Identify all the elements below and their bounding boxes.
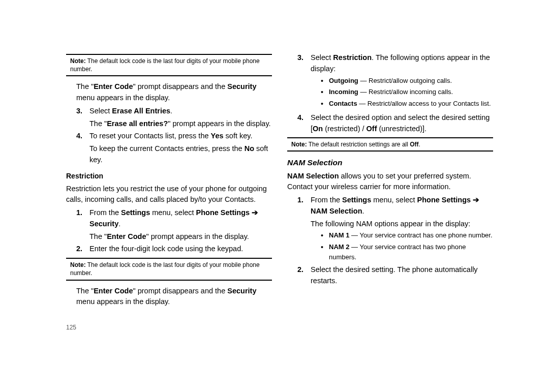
bullet-icon: •	[321, 76, 329, 87]
bold-text: Erase all entries?	[107, 119, 168, 128]
bold-text: Enter Code	[107, 232, 146, 240]
text: " prompt appears in the display.	[146, 232, 249, 240]
note-box-1: Note: The default lock code is the last …	[66, 54, 272, 76]
step-number: 1.	[76, 207, 89, 242]
bold-text: Security	[227, 82, 256, 91]
step-body: To reset your Contacts list, press the Y…	[89, 131, 272, 165]
text: (restricted) /	[323, 125, 366, 133]
bold-text: On	[313, 125, 323, 133]
list-item: 4. To reset your Contacts list, press th…	[76, 131, 272, 165]
bullet-item: •Incoming — Restrict/allow incoming call…	[321, 87, 493, 98]
text: — Restrict/allow outgoing calls.	[358, 77, 452, 84]
bullet-text: NAM 2 — Your service contract has two ph…	[329, 242, 493, 262]
step-number: 2.	[76, 244, 89, 255]
text: The "	[89, 232, 107, 240]
bullet-text: Incoming — Restrict/allow incoming calls…	[329, 87, 493, 98]
step-number: 3.	[76, 106, 89, 130]
bold-text: NAM 1	[329, 231, 349, 239]
step-body: Select Erase All Entries. The "Erase all…	[89, 106, 272, 130]
paragraph: NAM Selection allows you to set your pre…	[287, 171, 493, 193]
bullet-icon: •	[321, 99, 329, 110]
text: (unrestricted)].	[377, 125, 427, 133]
bullet-icon: •	[321, 242, 329, 262]
step-body: From the Settings menu, select Phone Set…	[89, 207, 272, 242]
text: — Your service contract has one phone nu…	[349, 231, 492, 239]
list-item: 2. Enter the four-digit lock code using …	[76, 244, 272, 255]
paragraph: The "Enter Code" prompt disappears and t…	[76, 286, 272, 308]
two-column-layout: Note: The default lock code is the last …	[0, 0, 549, 310]
list-item: 3. Select Erase All Entries. The "Erase …	[76, 106, 272, 130]
text: Select	[89, 107, 112, 115]
text: menu appears in the display.	[76, 94, 170, 102]
note-text: The default lock code is the last four d…	[70, 57, 260, 73]
bold-text: Yes	[211, 132, 224, 140]
bold-text: Contacts	[329, 100, 357, 107]
heading-restriction: Restriction	[66, 171, 272, 182]
text: — Your service contract has two phone nu…	[329, 243, 466, 261]
paragraph: Restriction lets you restrict the use of…	[66, 184, 272, 206]
bullet-item: •Contacts — Restrict/allow access to you…	[321, 99, 493, 110]
note-box-2: Note: The default lock code is the last …	[66, 258, 272, 280]
text: " prompt appears in the display.	[168, 119, 270, 128]
note-label: Note:	[70, 261, 86, 268]
text: .	[118, 220, 120, 228]
bullet-text: NAM 1 — Your service contract has one ph…	[329, 230, 493, 242]
bold-text: Settings	[121, 208, 150, 217]
bullet-text: Contacts — Restrict/allow access to your…	[329, 99, 493, 110]
bullet-icon: •	[321, 87, 329, 98]
step-number: 3.	[297, 52, 311, 111]
step-number: 4.	[297, 112, 311, 135]
sub-paragraph: The "Erase all entries?" prompt appears …	[89, 118, 272, 130]
note-box-3: Note: The default restriction settings a…	[287, 137, 493, 152]
text: The "	[76, 287, 94, 295]
list-item: 2. Select the desired setting. The phone…	[297, 264, 493, 287]
step-body: Select the desired setting. The phone au…	[311, 264, 493, 287]
bold-text: Restriction	[333, 53, 372, 62]
bullet-list: •NAM 1 — Your service contract has one p…	[321, 230, 493, 262]
text: — Restrict/allow access to your Contacts…	[357, 100, 491, 107]
bullet-text: Outgoing — Restrict/allow outgoing calls…	[329, 76, 493, 87]
bold-text: NAM 2	[329, 243, 349, 251]
text: To keep the current Contacts entries, pr…	[89, 144, 245, 153]
step-body: Select the desired option and select the…	[311, 112, 493, 135]
page-number: 125	[66, 324, 76, 331]
text: " prompt disappears and the	[133, 287, 228, 295]
list-item: 1. From the Settings menu, select Phone …	[76, 207, 272, 242]
left-column: Note: The default lock code is the last …	[66, 51, 272, 310]
bold-text: Enter Code	[94, 287, 133, 295]
text: soft key.	[224, 132, 253, 140]
bold-text: NAM Selection	[287, 172, 339, 180]
ordered-list: 3. Select Restriction. The following opt…	[287, 52, 493, 134]
note-label: Note:	[70, 57, 86, 65]
bold-text: Off	[367, 125, 377, 133]
text: The "	[89, 119, 107, 128]
text: To reset your Contacts list, press the	[89, 132, 211, 140]
text: .	[419, 141, 420, 148]
bold-text: No	[245, 144, 254, 153]
right-column: 3. Select Restriction. The following opt…	[287, 51, 493, 310]
step-number: 2.	[297, 264, 311, 287]
step-number: 1.	[297, 195, 311, 263]
list-item: 1. From the Settings menu, select Phone …	[297, 195, 493, 263]
note-text: The default lock code is the last four d…	[70, 261, 260, 277]
text: The "	[76, 82, 94, 91]
bold-text: Outgoing	[329, 77, 358, 84]
bullet-item: •Outgoing — Restrict/allow outgoing call…	[321, 76, 493, 87]
sub-paragraph: The "Enter Code" prompt appears in the d…	[89, 231, 272, 243]
ordered-list: 3. Select Erase All Entries. The "Erase …	[66, 106, 272, 166]
text: From the	[311, 196, 342, 204]
text: Select	[311, 53, 333, 62]
ordered-list: 1. From the Settings menu, select Phone …	[287, 195, 493, 287]
bullet-list: •Outgoing — Restrict/allow outgoing call…	[321, 76, 493, 110]
manual-page: Note: The default lock code is the last …	[0, 0, 549, 392]
bold-text: Security	[227, 287, 256, 295]
sub-paragraph: The following NAM options appear in the …	[311, 219, 493, 230]
step-number: 4.	[76, 131, 89, 165]
text: .	[362, 207, 364, 215]
bold-text: Off	[410, 141, 418, 148]
paragraph: The "Enter Code" prompt disappears and t…	[76, 81, 272, 104]
text: The default restriction settings are all	[307, 141, 410, 148]
bullet-item: •NAM 2 — Your service contract has two p…	[321, 242, 493, 262]
list-item: 4. Select the desired option and select …	[297, 112, 493, 135]
step-body: Select Restriction. The following option…	[311, 52, 493, 111]
